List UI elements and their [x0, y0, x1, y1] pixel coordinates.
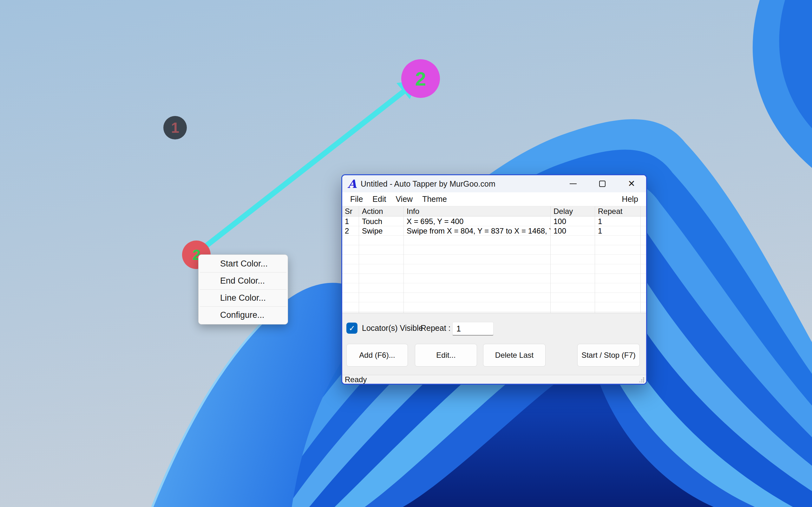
- repeat-label: Repeat :: [420, 324, 451, 333]
- swipe-end-locator-marker[interactable]: 2: [401, 59, 440, 98]
- cell-delay: 100: [550, 226, 595, 236]
- menu-bar: File Edit View Theme Help: [342, 192, 646, 206]
- column-divider: [550, 206, 551, 313]
- checkmark-icon: ✓: [349, 325, 355, 332]
- cell-sr: 2: [342, 226, 359, 236]
- menu-view[interactable]: View: [391, 194, 417, 204]
- action-list-body[interactable]: 1 Touch X = 695, Y = 400 100 1 2 Swipe S…: [342, 217, 646, 313]
- title-bar[interactable]: A Untitled - Auto Tapper by MurGoo.com ✕: [342, 175, 646, 192]
- cell-sr: 1: [342, 217, 359, 226]
- context-menu: Start Color... End Color... Line Color..…: [198, 255, 288, 325]
- repeat-input[interactable]: [452, 322, 494, 336]
- cell-repeat: 1: [595, 217, 641, 226]
- cell-action: Touch: [359, 217, 403, 226]
- column-header-delay[interactable]: Delay: [550, 206, 595, 216]
- add-button[interactable]: Add (F6)...: [346, 344, 408, 367]
- resize-grip[interactable]: [639, 377, 645, 383]
- maximize-icon: [599, 181, 606, 187]
- menu-item-line-color[interactable]: Line Color...: [199, 290, 288, 306]
- menu-edit[interactable]: Edit: [368, 194, 391, 204]
- window-title: Untitled - Auto Tapper by MurGoo.com: [361, 179, 496, 188]
- menu-item-configure[interactable]: Configure...: [199, 307, 288, 324]
- delete-last-button[interactable]: Delete Last: [483, 344, 546, 367]
- action-list-header: Sr Action Info Delay Repeat: [342, 206, 646, 216]
- column-header-sr[interactable]: Sr: [342, 206, 359, 216]
- table-row[interactable]: 1 Touch X = 695, Y = 400 100 1: [342, 217, 646, 226]
- minimize-icon: [570, 183, 577, 184]
- touch-locator-number: 1: [171, 119, 179, 136]
- cell-delay: 100: [550, 217, 595, 226]
- edit-button[interactable]: Edit...: [415, 344, 477, 367]
- swipe-end-number: 2: [415, 67, 426, 90]
- table-row[interactable]: 2 Swipe Swipe from X = 804, Y = 837 to X…: [342, 226, 646, 236]
- column-header-repeat[interactable]: Repeat: [595, 206, 641, 216]
- minimize-button[interactable]: [559, 175, 588, 192]
- menu-theme[interactable]: Theme: [417, 194, 452, 204]
- cell-info: Swipe from X = 804, Y = 837 to X = 1468,…: [403, 226, 550, 236]
- column-header-info[interactable]: Info: [403, 206, 550, 216]
- column-divider: [641, 206, 641, 313]
- cell-info: X = 695, Y = 400: [403, 217, 550, 226]
- column-divider: [595, 206, 595, 313]
- auto-tapper-window: A Untitled - Auto Tapper by MurGoo.com ✕…: [341, 174, 647, 385]
- maximize-button[interactable]: [588, 175, 617, 192]
- app-icon: A: [347, 178, 357, 189]
- touch-locator-marker[interactable]: 1: [163, 116, 187, 139]
- menu-item-start-color[interactable]: Start Color...: [199, 256, 288, 272]
- menu-file[interactable]: File: [345, 194, 368, 204]
- action-list: Sr Action Info Delay Repeat 1 Touch X = …: [342, 206, 646, 313]
- start-stop-button[interactable]: Start / Stop (F7): [577, 344, 640, 367]
- menu-help[interactable]: Help: [617, 194, 643, 204]
- cell-repeat: 1: [595, 226, 641, 236]
- column-divider: [359, 206, 359, 313]
- menu-item-end-color[interactable]: End Color...: [199, 273, 288, 289]
- close-icon: ✕: [628, 179, 635, 188]
- close-button[interactable]: ✕: [617, 175, 646, 192]
- status-bar: Ready: [342, 375, 646, 384]
- locators-visible-label[interactable]: Locator(s) Visible: [362, 324, 423, 333]
- column-header-action[interactable]: Action: [359, 206, 403, 216]
- column-divider: [403, 206, 404, 313]
- status-text: Ready: [345, 375, 367, 384]
- cell-action: Swipe: [359, 226, 403, 236]
- control-panel: ✓ Locator(s) Visible Repeat : Add (F6)..…: [342, 313, 646, 375]
- locators-visible-checkbox[interactable]: ✓: [346, 323, 357, 334]
